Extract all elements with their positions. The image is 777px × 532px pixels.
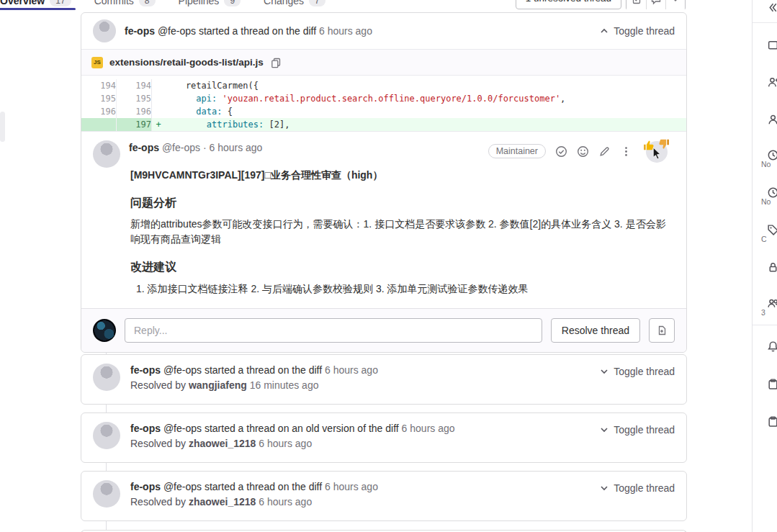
thread-header-text: fe-ops @fe-ops started a thread on the d…	[130, 480, 378, 494]
edit-pencil-icon[interactable]	[598, 145, 611, 158]
discussion-thread-collapsed: fe-ops @fe-ops started a thread on the d…	[81, 354, 687, 405]
comment-list: 1. 添加接口文档链接注释 2. 与后端确认参数校验规则 3. 添加单元测试验证…	[130, 281, 675, 297]
timestamp: 6 hours ago	[259, 438, 312, 449]
jump-to-next-thread-button[interactable]	[646, 0, 665, 9]
reply-input[interactable]	[125, 318, 542, 343]
left-scrollbar-thumb[interactable]	[0, 112, 5, 142]
user-plus-icon[interactable]	[767, 76, 777, 91]
comment-title: [M9HVCAMNTGr3IPAL][197]□业务合理性审查（high）	[130, 168, 675, 184]
reply-bar: Resolve thread	[81, 308, 686, 352]
avatar[interactable]	[93, 19, 116, 42]
thread-header-text: fe-ops @fe-ops started a thread on the d…	[125, 25, 372, 37]
tab-count-badge: 8	[139, 0, 156, 6]
user-icon[interactable]	[767, 114, 777, 128]
more-options-kebab-icon[interactable]	[620, 145, 632, 158]
old-line-number[interactable]	[81, 118, 117, 131]
author-name: fe-ops	[130, 423, 161, 434]
timestamp: 16 minutes ago	[250, 379, 319, 391]
emoji-smiley-icon[interactable]	[577, 145, 589, 158]
role-badge: Maintainer	[488, 144, 546, 158]
tab-pipelines[interactable]: Pipelines9	[179, 0, 241, 10]
timestamp: 6 hours ago	[325, 481, 378, 492]
document-check-icon	[631, 0, 642, 5]
sidebar-item-label: C	[761, 235, 767, 243]
timestamp: 6 hours ago	[325, 364, 378, 376]
toggle-thread-button[interactable]: Toggle thread	[600, 424, 675, 436]
resolve-all-threads-button[interactable]	[626, 0, 646, 9]
diff-file-header: JS extensions/retail-goods-list/api.js	[81, 50, 686, 76]
thread-header-text: fe-ops @fe-ops started a thread on an ol…	[130, 422, 455, 436]
sidebar-item-label: No	[761, 160, 771, 168]
new-line-number[interactable]: 195	[117, 92, 152, 105]
current-user-avatar[interactable]	[93, 319, 116, 342]
review-comment: fe-ops @fe-ops · 6 hours ago Maintainer	[81, 132, 686, 308]
tab-count-badge: 9	[224, 0, 241, 6]
copy-path-icon[interactable]	[270, 57, 282, 68]
merge-request-page: Overview17Commits8Pipelines9Changes7 1 u…	[0, 0, 777, 532]
resolve-with-issue-button[interactable]	[649, 318, 675, 343]
new-line-number[interactable]: 194	[117, 79, 152, 92]
avatar[interactable]	[93, 480, 120, 508]
old-line-number[interactable]: 195	[81, 92, 117, 105]
sidebar-item-label: No	[761, 197, 771, 206]
users-icon[interactable]	[767, 297, 777, 312]
discussion-thread-collapsed: fe-ops @fe-ops started a thread on an ol…	[81, 412, 687, 463]
chevron-down-icon	[600, 484, 608, 492]
section-heading: 改进建议	[130, 260, 675, 275]
toggle-thread-button[interactable]: Toggle thread	[600, 25, 675, 37]
chevron-double-left-icon[interactable]	[767, 1, 777, 16]
clipboard-icon[interactable]	[767, 415, 777, 430]
discussion-thread-collapsed: fe-ops @fe-ops started a thread on the d…	[81, 471, 687, 521]
resolve-thread-button[interactable]: Resolve thread	[551, 318, 640, 343]
old-line-number[interactable]: 196	[81, 105, 117, 118]
new-issue-icon	[656, 325, 668, 336]
tab-changes[interactable]: Changes7	[264, 0, 325, 10]
thread-options-dropdown[interactable]	[665, 0, 685, 9]
sidebar-item-label: 3	[761, 308, 765, 317]
resolver-name: zhaowei_1218	[189, 496, 256, 508]
js-file-icon: JS	[91, 57, 103, 68]
thread-resolved-text: Resolved by zhaowei_1218 6 hours ago	[130, 495, 378, 509]
diff-line: 194194 retailCarmen({	[81, 79, 686, 92]
diff-line: 195195 api: 'youzan.retail.product.searc…	[81, 92, 686, 105]
rect-icon[interactable]	[767, 39, 777, 53]
avatar[interactable]	[93, 422, 120, 449]
toggle-thread-button[interactable]: Toggle thread	[600, 366, 675, 377]
toggle-thread-button[interactable]: Toggle thread	[600, 482, 675, 494]
resolver-name: wangjiafeng	[189, 379, 247, 391]
timestamp: 6 hours ago	[402, 423, 455, 434]
author-name: fe-ops	[129, 142, 159, 153]
file-path[interactable]: extensions/retail-goods-list/api.js	[109, 57, 264, 68]
thread-resolved-text: Resolved by zhaowei_1218 6 hours ago	[130, 437, 455, 451]
timestamp: 6 hours ago	[259, 496, 312, 508]
mr-tabbar: Overview17Commits8Pipelines9Changes7	[0, 0, 325, 10]
diff-line: 196196 data: {	[81, 105, 686, 118]
emoji-reactions[interactable]	[642, 140, 675, 162]
thread-actions-group	[626, 0, 686, 9]
chevron-up-icon	[600, 27, 608, 35]
resolver-name: zhaowei_1218	[189, 438, 256, 449]
chevron-down-icon	[670, 0, 681, 5]
tab-overview[interactable]: Overview17	[0, 0, 71, 10]
old-line-number[interactable]: 194	[81, 79, 117, 92]
author-name: fe-ops	[130, 481, 161, 492]
comment-paragraph: 新增的attributes参数可能改变接口行为，需要确认：1. 接口文档是否要求…	[130, 217, 675, 248]
thread-resolved-text: Resolved by wangjiafeng 16 minutes ago	[130, 379, 378, 392]
new-line-number[interactable]: 197	[117, 118, 152, 131]
avatar[interactable]	[93, 364, 120, 391]
sidebar-divider	[753, 325, 777, 325]
tag-icon[interactable]	[767, 224, 777, 238]
unresolved-thread-button[interactable]: 1 unresolved thread	[516, 0, 621, 9]
new-line-number[interactable]: 196	[117, 105, 152, 118]
resolve-check-icon[interactable]	[555, 145, 567, 158]
section-heading: 问题分析	[130, 196, 675, 211]
thread-header-text: fe-ops @fe-ops started a thread on the d…	[130, 364, 378, 377]
mouse-cursor	[652, 147, 662, 161]
tab-commits[interactable]: Commits8	[94, 0, 156, 10]
lock-icon[interactable]	[767, 261, 777, 276]
diff-line: 197+ attributes: [2],	[81, 118, 686, 131]
bell-icon[interactable]	[767, 341, 777, 355]
clipboard-icon[interactable]	[767, 378, 777, 392]
chevron-down-icon	[600, 368, 608, 375]
avatar[interactable]	[93, 140, 120, 168]
